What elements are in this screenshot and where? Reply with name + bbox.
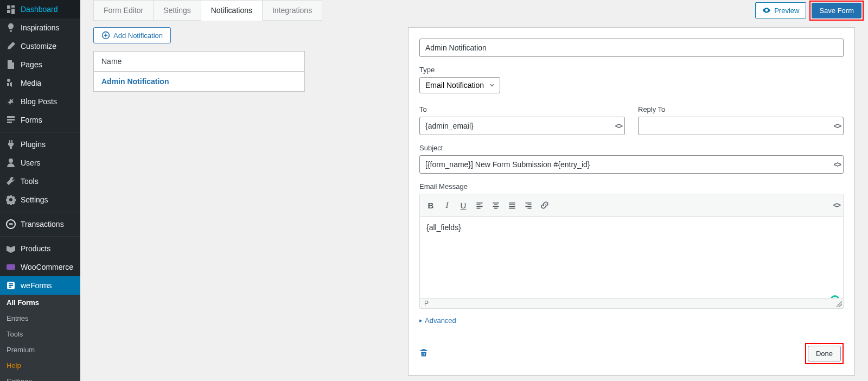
align-center-button[interactable]	[488, 198, 503, 213]
align-right-button[interactable]	[521, 198, 536, 213]
sidebar-item-customize[interactable]: Customize	[0, 37, 80, 55]
weforms-icon	[5, 280, 16, 291]
submenu-item-settings[interactable]: Settings	[0, 373, 80, 381]
preview-button[interactable]: Preview	[755, 2, 806, 18]
admin-sidebar: Dashboard Inspirations Customize Pages M…	[0, 0, 80, 381]
sidebar-separator	[0, 236, 80, 237]
add-notification-label: Add Notification	[113, 31, 163, 40]
sidebar-label: Forms	[21, 116, 42, 124]
sidebar-item-inspirations[interactable]: Inspirations	[0, 18, 80, 37]
tab-form-editor[interactable]: Form Editor	[94, 1, 154, 21]
save-highlight: Save Form	[809, 1, 864, 21]
pages-icon	[5, 59, 16, 70]
pin-icon	[5, 96, 16, 107]
sidebar-item-weforms[interactable]: weForms	[0, 276, 80, 295]
type-label: Type	[419, 66, 844, 74]
bold-button[interactable]: B	[423, 198, 438, 213]
brush-icon	[5, 41, 16, 52]
sidebar-item-dashboard[interactable]: Dashboard	[0, 0, 80, 18]
tab-settings[interactable]: Settings	[154, 1, 201, 21]
dashboard-icon	[5, 4, 16, 15]
sidebar-item-plugins[interactable]: Plugins	[0, 135, 80, 154]
subject-label: Subject	[419, 144, 844, 152]
underline-button[interactable]: U	[456, 198, 471, 213]
content-area: Add Notification Name Admin Notification…	[80, 21, 868, 381]
products-icon	[5, 243, 16, 254]
top-actions: Preview Save Form	[755, 1, 868, 21]
notification-row-link[interactable]: Admin Notification	[101, 77, 169, 86]
italic-button[interactable]: I	[439, 198, 455, 213]
sidebar-label: Media	[21, 79, 41, 87]
subject-input[interactable]	[419, 155, 844, 174]
sidebar-item-transactions[interactable]: Transactions	[0, 215, 80, 233]
trash-icon	[419, 348, 428, 357]
sidebar-item-woocommerce[interactable]: WooCommerce	[0, 258, 80, 276]
link-button[interactable]	[537, 198, 552, 213]
shortcode-toggle-icon[interactable]: <>	[834, 160, 840, 169]
settings-icon	[5, 194, 16, 205]
to-input[interactable]	[419, 117, 625, 135]
notifications-table: Name Admin Notification	[93, 51, 305, 92]
sidebar-label: Customize	[21, 42, 56, 50]
advanced-label: Advanced	[425, 316, 456, 325]
sidebar-item-media[interactable]: Media	[0, 74, 80, 92]
sidebar-label: Pages	[21, 60, 42, 69]
done-highlight: Done	[805, 343, 844, 364]
editor-toolbar: B I U <>	[420, 194, 843, 217]
align-justify-button[interactable]	[505, 198, 520, 213]
sidebar-label: Blog Posts	[21, 97, 57, 106]
sidebar-item-settings[interactable]: Settings	[0, 190, 80, 209]
shortcode-toggle-icon[interactable]: <>	[834, 122, 840, 130]
sidebar-separator	[0, 212, 80, 212]
tab-notifications[interactable]: Notifications	[201, 1, 263, 21]
type-select[interactable]: Email Notification	[419, 77, 500, 93]
media-icon	[5, 78, 16, 88]
submenu-item-entries[interactable]: Entries	[0, 310, 80, 326]
table-header-name: Name	[94, 52, 304, 72]
editor-path: P	[424, 300, 429, 307]
top-bar: Form Editor Settings Notifications Integ…	[80, 0, 868, 21]
add-notification-button[interactable]: Add Notification	[93, 27, 171, 43]
sidebar-label: Users	[21, 158, 41, 167]
advanced-toggle[interactable]: Advanced	[419, 316, 844, 325]
save-form-button[interactable]: Save Form	[812, 3, 861, 18]
plugin-icon	[5, 139, 16, 150]
shortcode-toggle-icon[interactable]: <>	[833, 201, 840, 209]
message-label: Email Message	[419, 182, 844, 190]
submenu-item-tools[interactable]: Tools	[0, 326, 80, 342]
notification-title-input[interactable]	[419, 39, 844, 57]
shortcode-toggle-icon[interactable]: <>	[615, 122, 622, 130]
done-button[interactable]: Done	[808, 346, 841, 361]
sidebar-item-blog-posts[interactable]: Blog Posts	[0, 92, 80, 111]
sidebar-item-users[interactable]: Users	[0, 154, 80, 172]
notifications-list-column: Add Notification Name Admin Notification	[93, 27, 305, 376]
panel-body: Type Email Notification To <>	[409, 28, 854, 332]
forms-icon	[5, 115, 16, 125]
editor-body[interactable]: {all_fields}	[420, 217, 843, 298]
submenu-item-all-forms[interactable]: All Forms	[0, 295, 80, 310]
reply-to-input[interactable]	[638, 117, 844, 135]
sidebar-label: weForms	[21, 281, 52, 290]
sidebar-item-tools[interactable]: Tools	[0, 172, 80, 190]
sidebar-label: Dashboard	[21, 5, 58, 14]
sidebar-item-pages[interactable]: Pages	[0, 55, 80, 74]
plus-circle-icon	[101, 31, 110, 40]
lightbulb-icon	[5, 22, 16, 33]
sidebar-label: Plugins	[21, 140, 46, 149]
sidebar-item-products[interactable]: Products	[0, 239, 80, 258]
tab-integrations[interactable]: Integrations	[263, 1, 322, 21]
align-left-button[interactable]	[472, 198, 487, 213]
users-icon	[5, 157, 16, 168]
notification-panel: Type Email Notification To <>	[408, 27, 855, 376]
preview-label: Preview	[774, 7, 799, 15]
delete-notification-button[interactable]	[419, 348, 428, 359]
to-replyto-row: To <> Reply To <>	[419, 97, 844, 135]
sidebar-item-forms[interactable]: Forms	[0, 111, 80, 129]
resize-handle-icon[interactable]	[835, 301, 842, 307]
email-message-editor: B I U <> {all_fields}	[419, 194, 844, 309]
submenu-item-help[interactable]: Help	[0, 358, 80, 373]
sidebar-label: Settings	[21, 195, 48, 204]
sidebar-label: WooCommerce	[21, 263, 73, 271]
sidebar-label: Tools	[21, 177, 39, 186]
submenu-item-premium[interactable]: Premium	[0, 342, 80, 358]
